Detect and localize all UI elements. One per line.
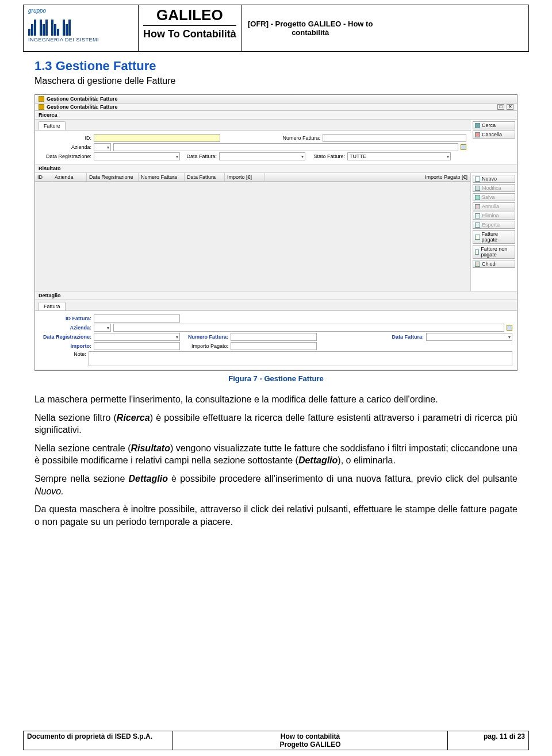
paragraph-1: La maschera permette l'inserimento, la c… — [34, 393, 518, 406]
section-title: 1.3 Gestione Fatture — [34, 59, 518, 74]
dett-azienda-input[interactable] — [113, 324, 504, 332]
check-icon — [475, 195, 480, 200]
col-importo[interactable]: Importo [€] — [225, 173, 265, 181]
note-input[interactable] — [89, 351, 512, 366]
chevron-down-icon: ▾ — [301, 154, 304, 159]
cancel-icon — [475, 204, 480, 209]
fatture-pagate-button[interactable]: Fatture pagate — [473, 230, 515, 244]
dett-azienda-label: Azienda: — [40, 325, 91, 331]
search-azienda-icon[interactable] — [507, 325, 512, 331]
data-registrazione-label: Data Registrazione: — [40, 153, 91, 159]
elimina-button[interactable]: Elimina — [473, 212, 515, 220]
logo-cell: gruppo INGEGNERIA DEI SISTEMI — [24, 5, 139, 51]
app-outer-titlebar: Gestione Contabilità: Fatture — [35, 95, 517, 103]
col-id[interactable]: ID — [35, 173, 52, 181]
salva-button[interactable]: Salva — [473, 193, 515, 201]
dett-data-fattura-label: Data Fattura: — [384, 334, 424, 340]
results-header: ID Azienda Data Registrazione Numero Fat… — [35, 173, 470, 182]
annulla-button[interactable]: Annulla — [473, 202, 515, 210]
cancella-button[interactable]: Cancella — [473, 131, 515, 139]
dett-azienda-select[interactable]: ▾ — [94, 324, 111, 332]
header-center: GALILEO How To Contabilità — [139, 5, 241, 51]
new-icon — [475, 176, 480, 182]
ricerca-panel: Ricerca Fatture ID: Numero Fattura: — [35, 111, 517, 164]
col-importo-pagato[interactable]: Importo Pagato [€] — [265, 173, 470, 181]
page-footer: Documento di proprietà di ISED S.p.A. Ho… — [23, 731, 529, 750]
dett-numero-fattura-input[interactable] — [231, 333, 317, 341]
delete-icon — [475, 213, 480, 218]
p4c: è possibile procedere all'inserimento di… — [168, 474, 518, 483]
note-label: Note: — [40, 351, 86, 357]
azienda-input[interactable] — [113, 143, 458, 151]
col-numero-fattura[interactable]: Numero Fattura — [139, 173, 185, 181]
chevron-down-icon: ▾ — [107, 145, 109, 150]
page-header: gruppo INGEGNERIA DEI SISTEMI GALILEO Ho… — [23, 5, 529, 52]
dett-importo-input[interactable] — [94, 342, 180, 350]
modifica-button[interactable]: Modifica — [473, 184, 515, 192]
chevron-down-icon: ▾ — [508, 335, 511, 340]
results-body[interactable] — [35, 182, 470, 291]
dettaglio-panel-title: Dettaglio — [35, 291, 517, 300]
p3d: Dettaglio — [298, 455, 338, 465]
figure-caption: Figura 7 - Gestione Fatture — [34, 374, 518, 383]
tab-fattura[interactable]: Fattura — [39, 302, 66, 310]
ricerca-panel-title: Ricerca — [35, 111, 517, 120]
p4b: Dettaglio — [128, 474, 167, 483]
app-outer-title: Gestione Contabilità: Fatture — [47, 96, 118, 102]
stato-fatture-label: Stato Fatture: — [308, 153, 345, 159]
dett-numero-fattura-label: Numero Fattura: — [182, 334, 228, 340]
data-fattura-label: Data Fattura: — [182, 153, 217, 159]
col-azienda[interactable]: Azienda — [52, 173, 87, 181]
annulla-button-label: Annulla — [482, 204, 499, 209]
id-label: ID: — [40, 135, 91, 141]
app-inner-titlebar: Gestione Contabilità: Fatture □ ✕ — [35, 103, 517, 111]
p4a: Sempre nella sezione — [34, 474, 128, 483]
export-icon — [475, 222, 480, 228]
header-right: [OFR] - Progetto GALILEO - How to contab… — [241, 5, 379, 51]
chiudi-button-label: Chiudi — [482, 261, 497, 267]
search-azienda-icon[interactable] — [461, 144, 466, 150]
dett-data-fattura-input[interactable]: ▾ — [426, 333, 512, 341]
fatture-non-pagate-button[interactable]: Fatture non pagate — [473, 245, 515, 259]
close-icon[interactable]: ✕ — [507, 104, 513, 110]
paid-icon — [475, 235, 480, 240]
id-input[interactable] — [94, 134, 220, 142]
dett-data-reg-label: Data Registrazione: — [40, 334, 91, 340]
footer-center-2: Progetto GALILEO — [177, 740, 444, 749]
chevron-down-icon: ▾ — [447, 154, 449, 159]
azienda-select[interactable]: ▾ — [94, 143, 111, 151]
id-fattura-input[interactable] — [94, 314, 180, 323]
logo-gruppo: gruppo — [28, 7, 133, 14]
nuovo-button-label: Nuovo — [482, 176, 497, 182]
body-text: La maschera permette l'inserimento, la c… — [34, 393, 518, 528]
dett-data-reg-input[interactable]: ▾ — [94, 333, 180, 341]
data-fattura-input[interactable]: ▾ — [219, 152, 305, 160]
col-data-fattura[interactable]: Data Fattura — [185, 173, 225, 181]
footer-left: Documento di proprietà di ISED S.p.A. — [24, 731, 173, 750]
p2a: Nella sezione filtro ( — [34, 413, 117, 423]
esporta-button[interactable]: Esporta — [473, 221, 515, 229]
tab-fatture[interactable]: Fatture — [39, 121, 66, 130]
maximize-icon[interactable]: □ — [497, 104, 504, 110]
dett-importo-pagato-input[interactable] — [231, 342, 317, 350]
cerca-button[interactable]: Cerca — [473, 121, 515, 129]
footer-center: How to contabilità Progetto GALILEO — [173, 731, 448, 750]
chiudi-button[interactable]: Chiudi — [473, 260, 515, 268]
dett-importo-pagato-label: Importo Pagato: — [182, 343, 228, 349]
stato-fatture-select[interactable]: TUTTE ▾ — [347, 152, 451, 160]
numero-fattura-input[interactable] — [323, 134, 466, 142]
clear-icon — [475, 132, 480, 137]
paragraph-3: Nella sezione centrale (Risultato) vengo… — [34, 442, 518, 467]
salva-button-label: Salva — [482, 194, 495, 200]
cancella-button-label: Cancella — [482, 132, 502, 137]
col-data-registrazione[interactable]: Data Registrazione — [87, 173, 139, 181]
nuovo-button[interactable]: Nuovo — [473, 175, 515, 183]
ised-logo-icon — [28, 15, 133, 36]
data-registrazione-input[interactable]: ▾ — [94, 152, 180, 160]
unpaid-icon — [475, 250, 479, 255]
section-subtitle: Maschera di gestione delle Fatture — [34, 76, 518, 86]
logo-subtitle: INGEGNERIA DEI SISTEMI — [28, 37, 133, 43]
risultato-panel-title: Risultato — [35, 164, 517, 173]
p4d: Nuovo. — [34, 486, 64, 496]
risultato-buttons: Nuovo Modifica Salva Annulla Elimina Esp… — [471, 173, 517, 291]
